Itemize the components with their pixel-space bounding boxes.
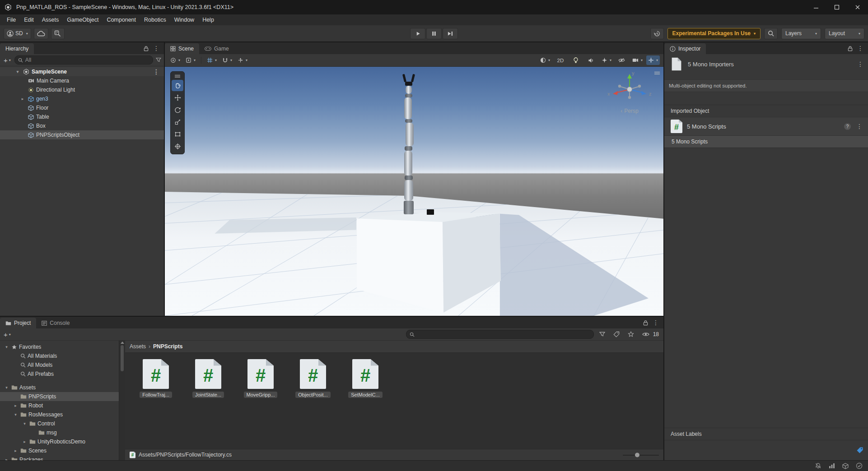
hierarchy-item-table[interactable]: Table bbox=[0, 112, 164, 121]
foldout-arrow-icon[interactable]: ▾ bbox=[14, 69, 21, 74]
lock-icon[interactable] bbox=[643, 320, 648, 326]
scene-viewport[interactable]: y x z ‹ Persp bbox=[165, 67, 663, 316]
tab-game[interactable]: Game bbox=[199, 43, 234, 54]
file-jointstate[interactable]: # JointState... bbox=[187, 359, 230, 398]
tree-robot[interactable]: ▸ Robot bbox=[0, 401, 119, 410]
inspector-menu-icon[interactable]: ⋮ bbox=[856, 45, 864, 51]
menu-help[interactable]: Help bbox=[198, 15, 218, 24]
layout-dropdown[interactable]: Layout ▾ bbox=[825, 28, 864, 39]
gizmos-dropdown[interactable]: ▾ bbox=[646, 55, 660, 65]
hierarchy-menu-icon[interactable]: ⋮ bbox=[152, 45, 160, 51]
transform-tool-button[interactable] bbox=[172, 141, 183, 152]
importer-options-icon[interactable]: ⋮ bbox=[856, 61, 864, 67]
scale-tool-button[interactable] bbox=[172, 116, 183, 128]
hierarchy-search-input[interactable]: All bbox=[14, 55, 153, 65]
tree-unityroboticsdemo[interactable]: ▸ UnityRoboticsDemo bbox=[0, 437, 119, 446]
tab-hierarchy[interactable]: Hierarchy bbox=[0, 43, 34, 54]
lock-icon[interactable] bbox=[848, 46, 853, 51]
visibility-eye-icon[interactable] bbox=[639, 332, 650, 337]
grid-axis-dropdown[interactable]: ▾ bbox=[236, 55, 249, 65]
hidden-objects-toggle[interactable] bbox=[615, 55, 629, 65]
step-button[interactable] bbox=[443, 28, 458, 39]
hierarchy-item-pnpscriptsobject[interactable]: PNPScriptsObject bbox=[0, 130, 164, 139]
menu-edit[interactable]: Edit bbox=[20, 15, 38, 24]
hierarchy-item-directional-light[interactable]: Directional Light bbox=[0, 85, 164, 94]
tree-msg[interactable]: msg bbox=[0, 428, 119, 437]
project-search-input[interactable] bbox=[406, 330, 594, 339]
scene-options-icon[interactable]: ⋮ bbox=[152, 69, 160, 75]
scene-orientation-gizmo[interactable]: y x z ‹ Persp bbox=[603, 69, 656, 114]
tree-assets[interactable]: ▾ Assets bbox=[0, 383, 119, 392]
maximize-button[interactable] bbox=[826, 0, 847, 14]
tree-rosmessages[interactable]: ▾ RosMessages bbox=[0, 410, 119, 419]
notifications-muted-icon[interactable] bbox=[815, 462, 821, 469]
experimental-packages-button[interactable]: Experimental Packages In Use ▾ bbox=[667, 28, 761, 39]
breadcrumb-assets[interactable]: Assets bbox=[130, 343, 146, 350]
hand-tool-button[interactable] bbox=[172, 80, 183, 91]
tab-inspector[interactable]: Inspector bbox=[664, 43, 706, 54]
search-button[interactable] bbox=[764, 28, 778, 39]
grid-snap-dropdown[interactable]: ▾ bbox=[205, 55, 219, 65]
file-setmodelc[interactable]: # SetModelC... bbox=[344, 359, 387, 398]
tab-console[interactable]: Console bbox=[36, 318, 75, 328]
rotate-tool-button[interactable] bbox=[172, 104, 183, 115]
file-objectposition[interactable]: # ObjectPosit... bbox=[291, 359, 335, 398]
pause-button[interactable] bbox=[426, 28, 442, 39]
foldout-arrow-icon[interactable]: ▸ bbox=[19, 97, 26, 101]
tree-all-materials[interactable]: All Materials bbox=[0, 351, 119, 360]
save-search-star-icon[interactable] bbox=[625, 331, 637, 337]
search-filter-icon[interactable] bbox=[156, 57, 161, 63]
scrollbar-thumb[interactable] bbox=[121, 345, 124, 371]
close-button[interactable] bbox=[847, 0, 868, 14]
cloud-services-button[interactable] bbox=[34, 28, 48, 39]
file-movegripper[interactable]: # MoveGripp... bbox=[239, 359, 282, 398]
tree-scenes[interactable]: ▸ Scenes bbox=[0, 446, 119, 455]
tree-all-prefabs[interactable]: All Prefabs bbox=[0, 369, 119, 379]
hierarchy-scene-row[interactable]: ▾ SampleScene ⋮ bbox=[0, 67, 164, 76]
lighting-toggle[interactable] bbox=[569, 55, 583, 65]
shading-mode-dropdown[interactable]: ▾ bbox=[538, 55, 552, 65]
lock-icon[interactable] bbox=[144, 46, 149, 51]
scroll-up-icon[interactable] bbox=[121, 342, 124, 344]
tree-pnpscripts[interactable]: PNPScripts bbox=[0, 392, 119, 401]
project-tree-scrollbar[interactable] bbox=[119, 341, 125, 460]
audio-toggle[interactable] bbox=[584, 55, 598, 65]
file-followtrajectory[interactable]: # FollowTraj... bbox=[134, 359, 177, 398]
minimize-button[interactable] bbox=[806, 0, 826, 14]
mono-script-header[interactable]: # 5 Mono Scripts ? ⋮ bbox=[664, 117, 868, 136]
camera-settings-dropdown[interactable]: ▾ bbox=[630, 55, 644, 65]
projection-toggle[interactable]: ‹ Persp bbox=[603, 108, 656, 114]
tool-settings-dropdown[interactable]: ▾ bbox=[168, 55, 182, 65]
gizmo-overlay-handle-icon[interactable] bbox=[654, 71, 660, 75]
thumbnail-size-slider[interactable] bbox=[623, 449, 659, 460]
2d-toggle[interactable]: 2D bbox=[554, 55, 567, 65]
tree-packages[interactable]: ▸ Packages bbox=[0, 455, 119, 460]
breadcrumb-pnpscripts[interactable]: PNPScripts bbox=[153, 343, 182, 350]
move-tool-button[interactable] bbox=[172, 92, 183, 103]
overlay-handle-icon[interactable] bbox=[172, 73, 183, 79]
menu-assets[interactable]: Assets bbox=[38, 15, 63, 24]
hierarchy-item-main-camera[interactable]: Main Camera bbox=[0, 76, 164, 85]
menu-robotics[interactable]: Robotics bbox=[140, 15, 170, 24]
asset-label-tag-icon[interactable] bbox=[856, 447, 863, 454]
script-options-icon[interactable]: ⋮ bbox=[855, 123, 863, 129]
search-by-label-icon[interactable] bbox=[611, 331, 622, 337]
pivot-mode-dropdown[interactable]: ▾ bbox=[184, 55, 197, 65]
slider-thumb[interactable] bbox=[635, 453, 639, 457]
tree-favorites[interactable]: ▾ Favorites bbox=[0, 342, 119, 351]
play-button[interactable] bbox=[410, 28, 425, 39]
hierarchy-item-box[interactable]: Box bbox=[0, 121, 164, 130]
menu-component[interactable]: Component bbox=[103, 15, 140, 24]
undo-history-button[interactable] bbox=[650, 28, 664, 39]
project-menu-icon[interactable]: ⋮ bbox=[652, 319, 660, 326]
menu-gameobject[interactable]: GameObject bbox=[63, 15, 103, 24]
hierarchy-add-button[interactable]: + ▾ bbox=[3, 57, 12, 64]
package-manager-icon[interactable] bbox=[842, 463, 849, 469]
menu-file[interactable]: File bbox=[3, 15, 20, 24]
snap-increment-dropdown[interactable]: ▾ bbox=[220, 55, 234, 65]
tree-all-models[interactable]: All Models bbox=[0, 360, 119, 369]
activity-icon[interactable] bbox=[829, 463, 835, 469]
layers-dropdown[interactable]: Layers ▾ bbox=[781, 28, 821, 39]
tab-project[interactable]: Project bbox=[0, 318, 36, 328]
rect-tool-button[interactable] bbox=[172, 129, 183, 140]
